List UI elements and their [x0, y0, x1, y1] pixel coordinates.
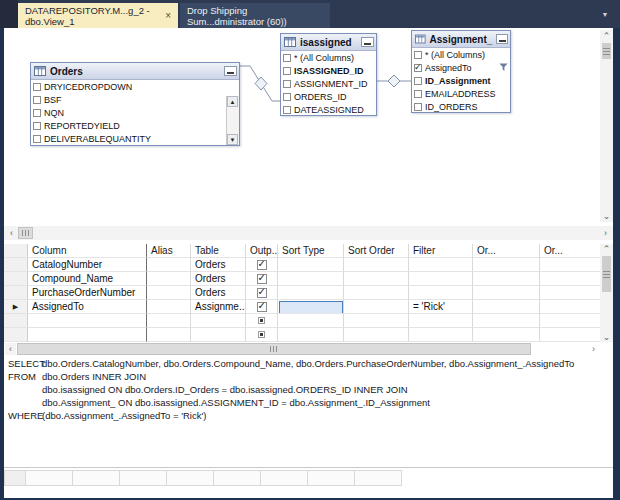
grid-vertical-scrollbar[interactable]: ⌃ ⌄: [600, 244, 613, 342]
cell-filter[interactable]: [409, 286, 473, 300]
column-row[interactable]: EMAILADDRESS: [412, 87, 510, 100]
grid-header-filter[interactable]: Filter: [409, 244, 473, 258]
scrollbar-thumb[interactable]: [602, 43, 611, 59]
column-checkbox[interactable]: [283, 54, 291, 62]
column-checkbox[interactable]: [33, 122, 41, 130]
column-row[interactable]: DRYICEDROPDOWN: [31, 80, 239, 93]
column-checkbox-checked[interactable]: [414, 64, 422, 72]
cell-output[interactable]: [246, 314, 278, 328]
cell-or1[interactable]: [473, 300, 540, 314]
grid-header-sort-order[interactable]: Sort Order: [344, 244, 409, 258]
cell-or1[interactable]: [473, 272, 540, 286]
scroll-down-icon[interactable]: ⌄: [600, 332, 613, 342]
minimize-button[interactable]: [496, 34, 508, 44]
minimize-button[interactable]: [361, 37, 374, 47]
column-checkbox[interactable]: [414, 103, 422, 111]
row-selector[interactable]: [4, 314, 28, 328]
tab-drop-shipping-query[interactable]: Drop Shipping Sum...dministrator (60)): [180, 3, 330, 28]
cell-sort-order[interactable]: [344, 258, 409, 272]
column-checkbox[interactable]: [283, 106, 291, 114]
row-selector[interactable]: [4, 258, 28, 272]
cell-alias[interactable]: [147, 286, 191, 300]
cell-table[interactable]: Orders: [191, 258, 246, 272]
output-checkbox-empty[interactable]: [258, 331, 265, 338]
scroll-left-icon[interactable]: ‹: [5, 343, 16, 355]
cell-column[interactable]: Compound_Name: [28, 272, 147, 286]
cell-or2[interactable]: [540, 258, 600, 272]
cell-alias[interactable]: [147, 328, 191, 342]
cell-column[interactable]: [28, 314, 147, 328]
scroll-up-icon[interactable]: ▲: [227, 96, 238, 107]
grid-horizontal-scrollbar[interactable]: ‹ ›: [4, 342, 600, 356]
cell-alias[interactable]: [147, 314, 191, 328]
column-row[interactable]: ID_Assignment: [412, 74, 510, 87]
grid-header-or2[interactable]: Or...: [540, 244, 600, 258]
scrollbar-thumb[interactable]: [602, 256, 611, 292]
column-row[interactable]: ISASSIGNED_ID: [281, 64, 376, 77]
row-selector[interactable]: [4, 328, 28, 342]
column-row[interactable]: BSF: [31, 93, 239, 106]
tab-list-dropdown-icon[interactable]: ▼: [597, 0, 613, 28]
column-checkbox[interactable]: [414, 51, 422, 59]
cell-or1[interactable]: [473, 258, 540, 272]
sql-pane[interactable]: SELECT dbo.Orders.CatalogNumber, dbo.Ord…: [4, 357, 613, 467]
cell-filter[interactable]: [409, 258, 473, 272]
cell-table[interactable]: Assignme...: [191, 300, 246, 314]
column-checkbox[interactable]: [283, 80, 291, 88]
table-box-assignment-header[interactable]: Assignment_: [412, 31, 510, 48]
cell-or1[interactable]: [473, 328, 540, 342]
cell-output[interactable]: [246, 272, 278, 286]
cell-column[interactable]: [28, 328, 147, 342]
row-selector[interactable]: [4, 272, 28, 286]
column-checkbox[interactable]: [33, 135, 41, 143]
scroll-right-icon[interactable]: ›: [600, 227, 611, 239]
column-row[interactable]: ID_ORDERS: [412, 100, 510, 113]
cell-output[interactable]: [246, 328, 278, 342]
cell-sort-order[interactable]: [344, 314, 409, 328]
output-checkbox-checked[interactable]: [257, 302, 267, 312]
column-row[interactable]: ORDERS_ID: [281, 90, 376, 103]
cell-or2[interactable]: [540, 272, 600, 286]
cell-filter[interactable]: [409, 328, 473, 342]
cell-table[interactable]: Orders: [191, 272, 246, 286]
scroll-up-icon[interactable]: ⌃: [600, 244, 613, 254]
cell-sort-type[interactable]: [278, 272, 344, 286]
column-row[interactable]: REPORTEDYIELD: [31, 119, 239, 132]
column-row[interactable]: * (All Columns): [412, 48, 510, 61]
scroll-right-icon[interactable]: ›: [588, 343, 599, 355]
selected-cell-highlight[interactable]: [279, 301, 343, 314]
output-checkbox-empty[interactable]: [258, 317, 265, 324]
scroll-up-icon[interactable]: ⌃: [600, 30, 613, 41]
table-box-isassigned-header[interactable]: isassigned: [281, 34, 376, 51]
scroll-left-icon[interactable]: ‹: [6, 227, 17, 239]
diagram-vertical-scrollbar[interactable]: ⌃ ⌄: [600, 30, 613, 222]
grid-header-or1[interactable]: Or...: [473, 244, 540, 258]
cell-sort-order[interactable]: [344, 328, 409, 342]
output-checkbox-checked[interactable]: [257, 288, 267, 298]
cell-table[interactable]: [191, 328, 246, 342]
grid-header-output[interactable]: Outp...: [246, 244, 278, 258]
cell-sort-order[interactable]: [344, 300, 409, 314]
minimize-button[interactable]: [224, 66, 237, 76]
cell-output[interactable]: [246, 258, 278, 272]
column-row[interactable]: DATEASSIGNED: [281, 103, 376, 116]
cell-column[interactable]: AssignedTo: [28, 300, 147, 314]
cell-alias[interactable]: [147, 258, 191, 272]
grid-header-alias[interactable]: Alias: [147, 244, 191, 258]
cell-sort-order[interactable]: [344, 272, 409, 286]
cell-output[interactable]: [246, 286, 278, 300]
column-row[interactable]: AssignedTo: [412, 61, 510, 74]
column-checkbox[interactable]: [33, 83, 41, 91]
cell-or1[interactable]: [473, 314, 540, 328]
grid-header-sort-type[interactable]: Sort Type: [278, 244, 344, 258]
cell-alias[interactable]: [147, 272, 191, 286]
column-row[interactable]: * (All Columns): [281, 51, 376, 64]
column-checkbox[interactable]: [33, 96, 41, 104]
column-checkbox[interactable]: [414, 77, 422, 85]
cell-filter[interactable]: = 'Rick': [409, 300, 473, 314]
cell-table[interactable]: Orders: [191, 286, 246, 300]
cell-table[interactable]: [191, 314, 246, 328]
cell-or2[interactable]: [540, 300, 600, 314]
scroll-down-icon[interactable]: ⌄: [600, 210, 613, 222]
row-selector[interactable]: [4, 286, 28, 300]
